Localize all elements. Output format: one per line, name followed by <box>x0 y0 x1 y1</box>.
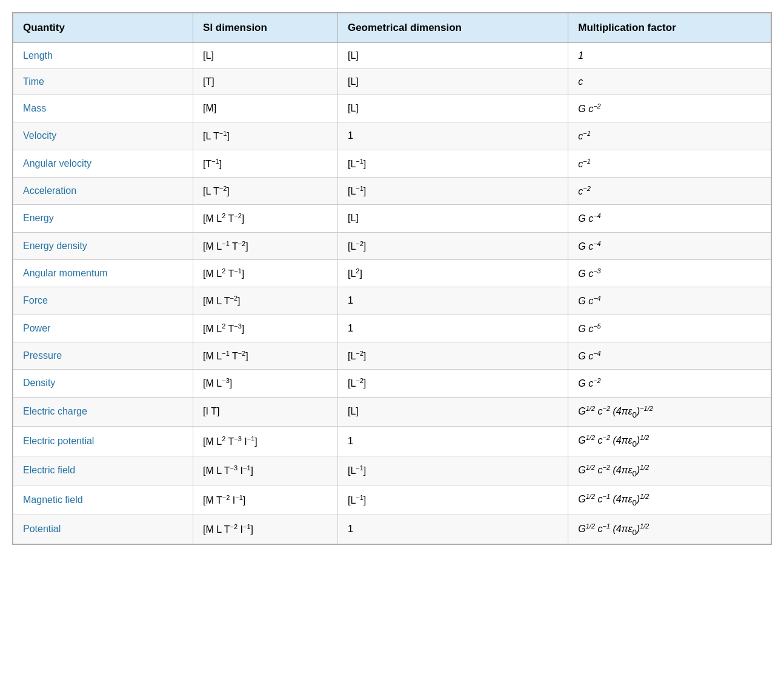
cell-geo-dim: [L−1] <box>337 177 568 204</box>
cell-mult-factor: 1 <box>568 43 771 69</box>
cell-geo-dim: [L−1] <box>337 456 568 485</box>
table-row: Electric charge[I T][L]G1/2 c−2 (4πε0)−1… <box>13 397 771 427</box>
cell-si-dim: [M L2 T−2] <box>193 205 338 232</box>
cell-mult-factor: c−1 <box>568 122 771 150</box>
cell-mult-factor: G c−3 <box>568 259 771 287</box>
cell-quantity: Mass <box>13 95 193 122</box>
table-row: Energy density[M L−1 T−2][L−2]G c−4 <box>13 232 771 259</box>
table-row: Velocity[L T−1]1c−1 <box>13 122 771 150</box>
cell-geo-dim: [L−2] <box>337 342 568 369</box>
cell-si-dim: [M L T−3 I−1] <box>193 456 338 485</box>
physics-dimensions-table: Quantity SI dimension Geometrical dimens… <box>13 13 771 544</box>
cell-mult-factor: G c−4 <box>568 287 771 315</box>
cell-geo-dim: [L] <box>337 43 568 69</box>
cell-si-dim: [L T−1] <box>193 122 338 150</box>
table-row: Acceleration[L T−2][L−1]c−2 <box>13 177 771 204</box>
cell-geo-dim: 1 <box>337 122 568 150</box>
cell-quantity: Time <box>13 69 193 95</box>
cell-quantity: Acceleration <box>13 177 193 204</box>
cell-si-dim: [I T] <box>193 397 338 427</box>
cell-geo-dim: [L] <box>337 95 568 122</box>
cell-quantity: Velocity <box>13 122 193 150</box>
cell-si-dim: [M L2 T−3 I−1] <box>193 427 338 456</box>
cell-mult-factor: G c−4 <box>568 205 771 232</box>
table-row: Time[T][L]c <box>13 69 771 95</box>
cell-quantity: Energy density <box>13 232 193 259</box>
cell-mult-factor: G1/2 c−1 (4πε0)1/2 <box>568 515 771 544</box>
cell-quantity: Density <box>13 370 193 397</box>
col-header-si-dim: SI dimension <box>193 13 338 43</box>
cell-mult-factor: G c−4 <box>568 342 771 369</box>
cell-quantity: Electric potential <box>13 427 193 456</box>
table-row: Electric field[M L T−3 I−1][L−1]G1/2 c−2… <box>13 456 771 485</box>
cell-quantity: Length <box>13 43 193 69</box>
table-row: Electric potential[M L2 T−3 I−1]1G1/2 c−… <box>13 427 771 456</box>
cell-mult-factor: c−1 <box>568 150 771 177</box>
table-row: Pressure[M L−1 T−2][L−2]G c−4 <box>13 342 771 369</box>
cell-geo-dim: [L−1] <box>337 150 568 177</box>
col-header-geo-dim: Geometrical dimension <box>337 13 568 43</box>
cell-geo-dim: [L−2] <box>337 232 568 259</box>
main-table-container: Quantity SI dimension Geometrical dimens… <box>12 12 772 545</box>
col-header-mult-factor: Multiplication factor <box>568 13 771 43</box>
cell-mult-factor: c <box>568 69 771 95</box>
cell-geo-dim: [L] <box>337 397 568 427</box>
cell-si-dim: [L] <box>193 43 338 69</box>
cell-geo-dim: 1 <box>337 427 568 456</box>
cell-si-dim: [M L−3] <box>193 370 338 397</box>
cell-si-dim: [M L T−2] <box>193 287 338 315</box>
cell-quantity: Magnetic field <box>13 485 193 515</box>
table-row: Potential[M L T−2 I−1]1G1/2 c−1 (4πε0)1/… <box>13 515 771 544</box>
col-header-quantity: Quantity <box>13 13 193 43</box>
cell-mult-factor: G1/2 c−2 (4πε0)−1/2 <box>568 397 771 427</box>
cell-si-dim: [M] <box>193 95 338 122</box>
cell-si-dim: [M L−1 T−2] <box>193 342 338 369</box>
cell-geo-dim: 1 <box>337 287 568 315</box>
table-row: Length[L][L]1 <box>13 43 771 69</box>
table-header-row: Quantity SI dimension Geometrical dimens… <box>13 13 771 43</box>
cell-quantity: Angular momentum <box>13 259 193 287</box>
cell-quantity: Electric charge <box>13 397 193 427</box>
cell-mult-factor: G c−5 <box>568 315 771 342</box>
table-row: Magnetic field[M T−2 I−1][L−1]G1/2 c−1 (… <box>13 485 771 515</box>
table-row: Energy[M L2 T−2][L]G c−4 <box>13 205 771 232</box>
cell-quantity: Pressure <box>13 342 193 369</box>
table-row: Density[M L−3][L−2]G c−2 <box>13 370 771 397</box>
cell-geo-dim: [L−1] <box>337 485 568 515</box>
cell-si-dim: [M L2 T−1] <box>193 259 338 287</box>
cell-quantity: Angular velocity <box>13 150 193 177</box>
table-row: Angular velocity[T−1][L−1]c−1 <box>13 150 771 177</box>
cell-si-dim: [L T−2] <box>193 177 338 204</box>
cell-geo-dim: 1 <box>337 315 568 342</box>
cell-quantity: Energy <box>13 205 193 232</box>
cell-quantity: Force <box>13 287 193 315</box>
cell-mult-factor: G c−2 <box>568 95 771 122</box>
cell-si-dim: [T] <box>193 69 338 95</box>
cell-geo-dim: 1 <box>337 515 568 544</box>
cell-mult-factor: G1/2 c−2 (4πε0)1/2 <box>568 427 771 456</box>
cell-geo-dim: [L] <box>337 69 568 95</box>
cell-quantity: Electric field <box>13 456 193 485</box>
cell-quantity: Power <box>13 315 193 342</box>
cell-mult-factor: c−2 <box>568 177 771 204</box>
cell-geo-dim: [L2] <box>337 259 568 287</box>
cell-mult-factor: G c−4 <box>568 232 771 259</box>
cell-mult-factor: G1/2 c−2 (4πε0)1/2 <box>568 456 771 485</box>
cell-mult-factor: G c−2 <box>568 370 771 397</box>
table-row: Power[M L2 T−3]1G c−5 <box>13 315 771 342</box>
cell-si-dim: [M L2 T−3] <box>193 315 338 342</box>
cell-si-dim: [T−1] <box>193 150 338 177</box>
cell-si-dim: [M L−1 T−2] <box>193 232 338 259</box>
cell-geo-dim: [L] <box>337 205 568 232</box>
cell-geo-dim: [L−2] <box>337 370 568 397</box>
cell-si-dim: [M T−2 I−1] <box>193 485 338 515</box>
cell-quantity: Potential <box>13 515 193 544</box>
table-row: Angular momentum[M L2 T−1][L2]G c−3 <box>13 259 771 287</box>
table-row: Mass[M][L]G c−2 <box>13 95 771 122</box>
cell-mult-factor: G1/2 c−1 (4πε0)1/2 <box>568 485 771 515</box>
table-row: Force[M L T−2]1G c−4 <box>13 287 771 315</box>
cell-si-dim: [M L T−2 I−1] <box>193 515 338 544</box>
